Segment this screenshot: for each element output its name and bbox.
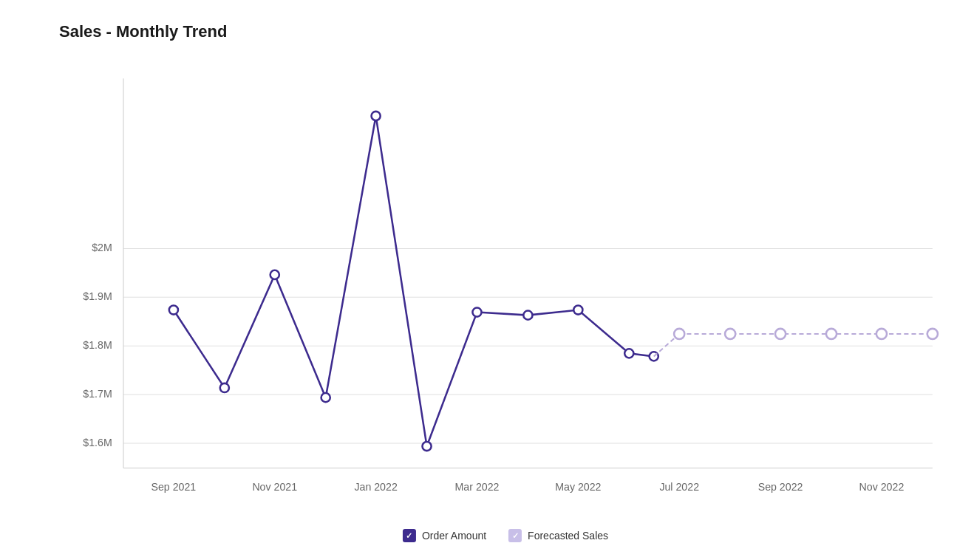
x-label-nov2022: Nov 2022 [859, 481, 905, 493]
forecast-point-dec2022 [927, 329, 938, 339]
point-apr2022 [523, 311, 532, 320]
point-may2022 [573, 305, 582, 314]
x-label-may2022: May 2022 [555, 481, 601, 493]
y-label-1-7: $1.7M [83, 388, 112, 400]
y-label-1-9: $1.9M [83, 290, 112, 302]
point-feb2022 [422, 442, 431, 451]
x-label-sep2021: Sep 2021 [151, 481, 197, 493]
chart-title: Sales - Monthly Trend [59, 22, 952, 41]
forecast-point-nov2022 [876, 329, 887, 339]
point-oct2021 [220, 383, 229, 392]
chart-container: Sales - Monthly Trend [0, 0, 974, 560]
legend-forecast-checkbox: ✓ [508, 529, 522, 542]
forecast-point-jul2022 [674, 329, 684, 339]
legend-order-amount: ✓ Order Amount [403, 529, 486, 542]
y-label-1-8: $1.8M [83, 339, 112, 351]
x-label-jan2022: Jan 2022 [354, 481, 397, 493]
point-sep2021 [169, 305, 178, 314]
y-label-1-6: $1.6M [83, 437, 112, 448]
point-jan2022 [372, 112, 381, 120]
chart-area: $1.6M $1.7M $1.8M $1.9M $2M Sep 2021 Nov… [59, 64, 952, 498]
point-mar2022 [472, 307, 481, 316]
legend-order-checkbox: ✓ [403, 529, 416, 542]
x-label-jul2022: Jul 2022 [659, 481, 699, 493]
chart-svg: $1.6M $1.7M $1.8M $1.9M $2M Sep 2021 Nov… [59, 64, 952, 498]
order-amount-line [174, 116, 654, 446]
forecast-point-aug2022 [725, 329, 735, 339]
point-nov2021 [270, 270, 279, 279]
point-dec2021 [321, 393, 330, 402]
chart-legend: ✓ Order Amount ✓ Forecasted Sales [403, 529, 608, 542]
legend-forecast: ✓ Forecasted Sales [508, 529, 608, 542]
x-label-mar2022: Mar 2022 [455, 481, 500, 493]
x-label-sep2022: Sep 2022 [758, 481, 803, 493]
point-jun2022 [624, 349, 633, 358]
legend-forecast-label: Forecasted Sales [528, 530, 608, 542]
forecast-point-oct2022 [826, 329, 837, 339]
y-label-2-0: $2M [92, 242, 112, 253]
x-label-nov2021: Nov 2021 [252, 481, 297, 493]
legend-order-label: Order Amount [422, 530, 486, 542]
forecast-point-sep2022 [775, 329, 786, 339]
